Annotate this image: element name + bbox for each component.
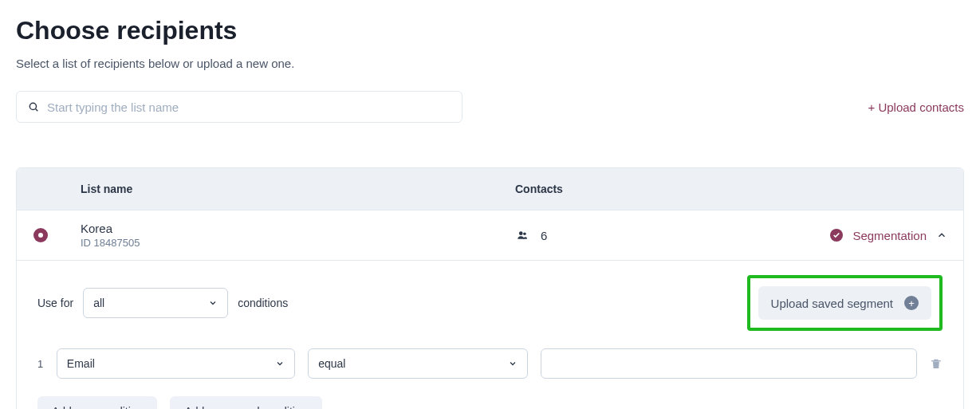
- radio-selected[interactable]: [33, 228, 48, 242]
- svg-point-2: [519, 231, 523, 235]
- upload-contacts-link[interactable]: + Upload contacts: [868, 100, 965, 114]
- condition-row: 1 Email equal: [37, 348, 943, 379]
- upload-saved-segment-button[interactable]: Upload saved segment +: [758, 286, 931, 320]
- conditions-label: conditions: [238, 297, 288, 309]
- page-subtitle: Select a list of recipients below or upl…: [16, 57, 964, 70]
- chevron-up-icon[interactable]: [936, 230, 947, 241]
- upload-saved-segment-label: Upload saved segment: [771, 297, 893, 310]
- condition-actions: Add new condition Add compound condition: [37, 396, 943, 409]
- contact-count: 6: [541, 229, 547, 242]
- svg-point-0: [30, 103, 36, 109]
- recipients-table: List name Contacts Korea ID 18487505 6 S…: [16, 167, 964, 409]
- list-id: ID 18487505: [81, 237, 515, 249]
- segmentation-toggle[interactable]: Segmentation: [852, 229, 927, 242]
- add-condition-button[interactable]: Add new condition: [37, 396, 157, 409]
- page-title: Choose recipients: [16, 16, 964, 45]
- chevron-down-icon: [275, 359, 285, 368]
- match-mode-select[interactable]: all: [83, 288, 228, 318]
- table-row[interactable]: Korea ID 18487505 6 Segmentation: [17, 210, 963, 260]
- condition-field-select[interactable]: Email: [57, 348, 295, 379]
- svg-point-3: [523, 233, 526, 236]
- list-name: Korea: [81, 222, 515, 235]
- col-header-listname: List name: [17, 183, 515, 195]
- segment-top-row: Use for all conditions Upload saved segm…: [37, 275, 943, 331]
- row-contacts-cell: 6: [515, 229, 796, 242]
- check-circle-icon: [830, 229, 843, 242]
- add-compound-condition-button[interactable]: Add compound condition: [170, 396, 321, 409]
- search-input[interactable]: [47, 100, 451, 114]
- search-icon: [28, 101, 39, 112]
- row-end-cell: Segmentation: [796, 229, 963, 242]
- upload-segment-highlight: Upload saved segment +: [747, 275, 943, 331]
- trash-icon[interactable]: [930, 356, 943, 371]
- svg-line-1: [36, 109, 38, 112]
- condition-index: 1: [37, 358, 44, 370]
- row-name-cell: Korea ID 18487505: [65, 222, 515, 249]
- condition-field-value: Email: [67, 357, 95, 370]
- people-icon: [515, 230, 529, 241]
- usefor-block: Use for all conditions: [37, 288, 288, 318]
- plus-circle-icon: +: [904, 296, 919, 310]
- condition-operator-value: equal: [318, 357, 345, 370]
- segment-panel: Use for all conditions Upload saved segm…: [17, 260, 963, 409]
- search-wrapper[interactable]: [16, 91, 462, 123]
- top-row: + Upload contacts: [16, 91, 964, 123]
- table-header: List name Contacts: [17, 168, 963, 210]
- chevron-down-icon: [208, 298, 218, 308]
- match-mode-value: all: [93, 297, 104, 309]
- col-header-contacts: Contacts: [515, 183, 963, 195]
- condition-value-input[interactable]: [541, 348, 917, 379]
- usefor-label: Use for: [37, 297, 73, 309]
- chevron-down-icon: [508, 359, 518, 368]
- row-radio-cell: [17, 228, 65, 242]
- condition-operator-select[interactable]: equal: [308, 348, 528, 379]
